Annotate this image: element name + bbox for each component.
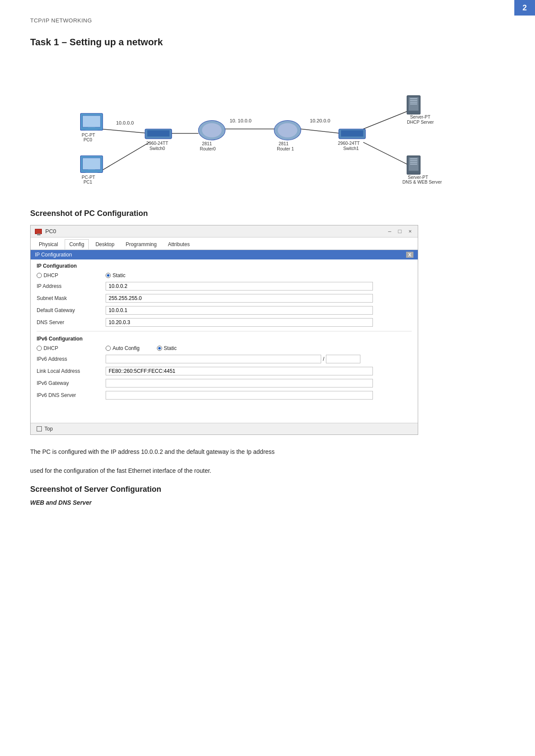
svg-text:DHCP Server: DHCP Server [407, 120, 434, 125]
svg-text:Switch0: Switch0 [150, 146, 165, 151]
ip-address-input[interactable] [106, 282, 373, 291]
server-config-title: Screenshot of Server Configuration [30, 485, 505, 494]
top-label: Top [44, 426, 53, 432]
ip-config-close[interactable]: X [406, 252, 413, 258]
ipv6-dhcp-circle[interactable] [37, 346, 42, 351]
dns-server-input[interactable] [106, 318, 373, 327]
divider [37, 331, 412, 331]
top-checkbox[interactable] [37, 426, 42, 431]
svg-text:PC1: PC1 [84, 180, 92, 184]
web-dns-label: WEB and DNS Server [30, 499, 505, 506]
static-radio-label: Static [113, 272, 125, 278]
svg-text:Server-PT: Server-PT [410, 115, 431, 119]
svg-rect-48 [410, 158, 417, 159]
svg-text:2960-24TT: 2960-24TT [338, 141, 360, 146]
ipv6-dns-input[interactable] [106, 391, 373, 400]
svg-rect-12 [88, 127, 95, 129]
subnet-mask-label: Subnet Mask [37, 295, 106, 301]
svg-text:10.0.0.0: 10.0.0.0 [116, 120, 134, 125]
body-paragraph-2: used for the configuration of the fast E… [30, 466, 505, 476]
svg-point-27 [202, 123, 222, 137]
svg-line-1 [100, 142, 150, 171]
ipv6-gateway-label: IPv6 Gateway [37, 380, 106, 386]
svg-rect-18 [88, 169, 95, 171]
svg-rect-13 [85, 129, 98, 130]
dhcp-label-area: DHCP [37, 272, 106, 278]
tab-desktop[interactable]: Desktop [91, 239, 119, 250]
static-radio-circle[interactable] [106, 273, 111, 278]
restore-button[interactable]: □ [397, 228, 404, 235]
ipv6-static-circle[interactable] [157, 346, 162, 351]
ipv6-static-radio[interactable]: Static [157, 345, 177, 351]
ipv6-address-input[interactable] [106, 355, 321, 363]
svg-line-5 [363, 111, 408, 129]
gateway-input[interactable] [106, 306, 373, 315]
network-diagram: 10.0.0.0 10. 10.0.0 10.20.0.0 PC-PT PC0 … [30, 60, 505, 194]
spacer [31, 401, 418, 423]
tab-programming[interactable]: Programming [121, 239, 161, 250]
tab-physical[interactable]: Physical [34, 239, 63, 250]
svg-text:Server-PT: Server-PT [408, 175, 429, 180]
svg-text:PC0: PC0 [84, 137, 92, 142]
body-paragraph-1: The PC is configured with the IP address… [30, 447, 505, 457]
window-title: PC0 [45, 228, 56, 234]
svg-point-31 [278, 123, 297, 137]
dhcp-radio-circle[interactable] [37, 273, 42, 278]
dhcp-radio-label: DHCP [44, 272, 58, 278]
ipv6-auto-label: Auto Config [113, 345, 140, 351]
subnet-mask-row: Subnet Mask [31, 292, 418, 304]
svg-line-4 [301, 129, 341, 133]
svg-rect-23 [147, 130, 170, 136]
page-number: 2 [514, 0, 535, 16]
subnet-mask-input[interactable] [106, 294, 373, 303]
dhcp-radio[interactable]: DHCP [37, 272, 106, 278]
ipv6-dns-row: IPv6 DNS Server [31, 389, 418, 401]
svg-rect-19 [85, 171, 98, 172]
svg-rect-50 [410, 162, 417, 163]
window-controls[interactable]: – □ × [386, 228, 413, 235]
ip-config-bar-label: IP Configuration [35, 252, 72, 258]
ip-config-bar: IP Configuration X [31, 250, 418, 259]
ipv6-radio-row: DHCP Auto Config Static [31, 344, 418, 353]
ipv6-dhcp-label: DHCP [44, 345, 58, 351]
close-button[interactable]: × [407, 228, 413, 235]
tab-config[interactable]: Config [65, 239, 89, 250]
window-footer: Top [31, 423, 418, 434]
task-title: Task 1 – Setting up a network [30, 37, 505, 48]
ip-config-label: IP Configuration [31, 259, 418, 271]
ipv6-prefix-input[interactable] [326, 355, 360, 363]
static-radio[interactable]: Static [106, 272, 125, 278]
ipv6-address-row: IPv6 Address / [31, 353, 418, 365]
window-title-area: PC0 [35, 228, 56, 234]
svg-rect-51 [410, 164, 417, 165]
dhcp-static-row: DHCP Static [31, 271, 418, 280]
svg-rect-11 [83, 116, 100, 127]
link-local-row: Link Local Address [31, 365, 418, 377]
svg-text:2811: 2811 [278, 141, 288, 146]
ip-address-row: IP Address [31, 280, 418, 292]
window-tabs: Physical Config Desktop Programming Attr… [31, 237, 418, 250]
svg-text:2811: 2811 [202, 141, 212, 146]
svg-text:Switch1: Switch1 [343, 146, 359, 151]
ipv6-auto-circle[interactable] [106, 346, 111, 351]
tab-attributes[interactable]: Attributes [163, 239, 194, 250]
ipv6-auto-radio[interactable]: Auto Config [106, 345, 140, 351]
ipv6-dhcp-area: DHCP [37, 345, 106, 351]
svg-text:10. 10.0.0: 10. 10.0.0 [230, 118, 252, 123]
ipv6-static-label: Static [164, 345, 177, 351]
ipv6-gateway-input[interactable] [106, 379, 373, 387]
gateway-row: Default Gateway [31, 304, 418, 316]
minimize-button[interactable]: – [386, 228, 393, 235]
svg-rect-43 [410, 103, 417, 104]
ipv6-dhcp-radio[interactable]: DHCP [37, 345, 106, 351]
link-local-label: Link Local Address [37, 368, 106, 374]
svg-rect-41 [410, 100, 417, 101]
pc-icon [35, 229, 42, 234]
svg-text:2960-24TT: 2960-24TT [146, 141, 168, 146]
dns-server-row: DNS Server [31, 316, 418, 328]
link-local-input[interactable] [106, 367, 373, 375]
svg-text:DNS & WEB Server: DNS & WEB Server [403, 180, 442, 184]
pc-config-window: PC0 – □ × Physical Config Desktop Progra… [30, 225, 418, 435]
svg-text:10.20.0.0: 10.20.0.0 [310, 118, 330, 123]
svg-rect-42 [410, 102, 417, 103]
